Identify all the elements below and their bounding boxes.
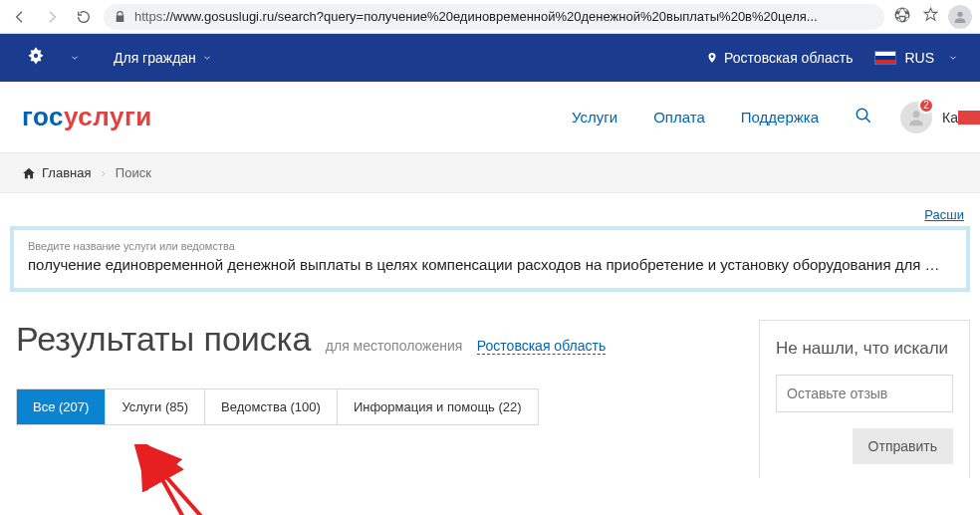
feedback-input[interactable] [776,375,953,412]
nav-support[interactable]: Поддержка [741,109,819,126]
site-logo[interactable]: госуслуги [22,102,152,132]
results-location-prefix: для местоположения [326,338,463,354]
user-name: Ка [942,110,958,126]
logo-part-1: гос [22,102,64,131]
emblem-dropdown[interactable] [64,50,80,66]
tab-services[interactable]: Услуги (85) [106,389,205,424]
result-tabs: Все (207) Услуги (85) Ведомства (100) Ин… [16,388,539,425]
chevron-down-icon [70,53,80,63]
feedback-panel: Не нашли, что искали Отправить [759,320,970,478]
lock-icon [114,10,126,23]
search-icon [855,107,872,125]
search-block: Введите название услуги или ведомства [10,226,970,292]
feedback-title: Не нашли, что искали [776,339,953,359]
back-button[interactable] [8,5,32,29]
audience-label: Для граждан [114,50,196,66]
results-location-link[interactable]: Ростовская область [477,338,606,355]
reload-icon [76,9,92,25]
search-button[interactable] [855,107,872,128]
tab-agencies[interactable]: Ведомства (100) [205,389,338,424]
person-icon [952,9,968,25]
breadcrumb-home-label: Главная [42,165,91,180]
svg-point-2 [857,109,867,120]
arrow-left-icon [12,9,28,25]
translate-icon [893,6,911,24]
svg-point-1 [34,54,38,58]
search-label: Введите название услуги или ведомства [28,240,952,252]
breadcrumb-home[interactable]: Главная [22,165,91,180]
notification-badge: 2 [918,98,934,114]
svg-point-0 [957,11,962,16]
home-icon [22,166,36,180]
results-heading-row: Результаты поиска для местоположения Рос… [16,320,747,359]
breadcrumb: Главная › Поиск [0,153,980,193]
user-avatar: 2 [900,102,932,133]
gov-top-bar: Для граждан Ростовская область RUS [0,34,980,82]
translate-button[interactable] [892,6,912,28]
star-icon [922,6,939,23]
language-selector[interactable]: RUS [874,50,958,66]
region-selector[interactable]: Ростовская область [706,50,853,66]
tab-info[interactable]: Информация и помощь (22) [338,389,538,424]
url-text: https://www.gosuslugi.ru/search?query=по… [134,9,818,24]
address-bar[interactable]: https://www.gosuslugi.ru/search?query=по… [104,4,884,30]
region-label: Ростовская область [724,50,853,66]
language-label: RUS [904,50,934,66]
nav-services[interactable]: Услуги [572,109,617,126]
chevron-down-icon [202,53,212,63]
breadcrumb-current: Поиск [116,165,151,180]
bookmark-button[interactable] [920,6,940,27]
svg-point-3 [913,111,920,118]
breadcrumb-separator: › [101,165,105,180]
nav-payment[interactable]: Оплата [653,109,705,126]
reload-button[interactable] [72,5,96,29]
audience-selector[interactable]: Для граждан [114,50,212,66]
forward-button[interactable] [40,5,64,29]
emblem-icon [22,44,50,72]
chevron-down-icon [948,53,958,63]
profile-button[interactable] [948,5,972,29]
tab-all[interactable]: Все (207) [17,389,106,424]
results-title: Результаты поиска [16,320,311,359]
cutoff-indicator [958,111,980,125]
svg-line-5 [159,474,259,515]
logo-part-2: услуги [64,102,152,131]
flag-ru-icon [874,51,896,65]
arrow-right-icon [44,9,60,25]
extended-search-link[interactable]: Расши [10,207,970,222]
pin-icon [706,51,718,65]
user-menu[interactable]: 2 Ка [900,102,958,133]
main-content: Расши Введите название услуги или ведомс… [0,207,980,478]
browser-chrome: https://www.gosuslugi.ru/search?query=по… [0,0,980,34]
site-header: госуслуги Услуги Оплата Поддержка 2 Ка [0,82,980,153]
feedback-submit-button[interactable]: Отправить [853,428,953,464]
search-input[interactable] [28,256,952,273]
